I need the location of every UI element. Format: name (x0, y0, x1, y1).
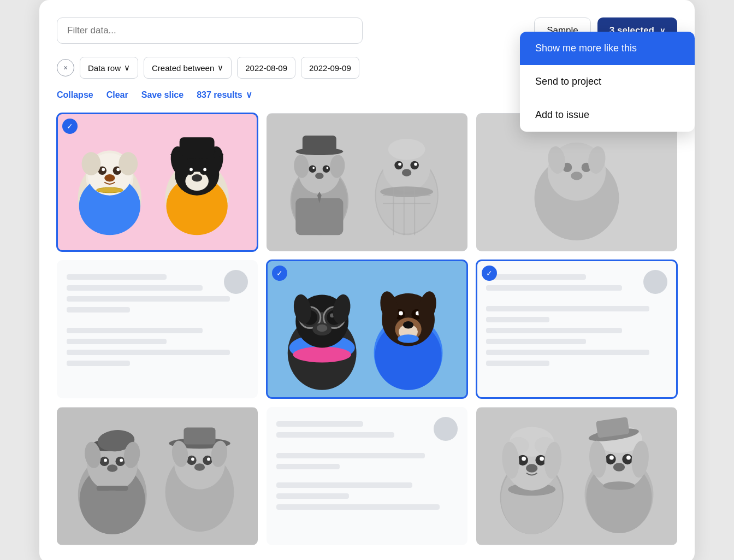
cell-6-avatar (643, 270, 667, 294)
svg-point-19 (190, 168, 193, 171)
save-slice-link[interactable]: Save slice (141, 90, 183, 100)
svg-point-48 (414, 163, 417, 166)
skeleton (276, 482, 412, 488)
svg-rect-110 (183, 427, 215, 444)
collapse-link[interactable]: Collapse (57, 90, 93, 100)
skeleton (486, 339, 586, 344)
svg-point-36 (326, 167, 328, 169)
svg-point-92 (398, 334, 419, 343)
svg-point-142 (626, 456, 631, 460)
cell-1-check: ✓ (62, 119, 78, 134)
skeleton (276, 504, 440, 510)
svg-point-103 (107, 464, 117, 472)
skeleton (486, 285, 622, 291)
skeleton (67, 274, 167, 280)
grid-cell-3[interactable] (476, 113, 677, 251)
skeleton (67, 350, 230, 355)
skeleton (486, 328, 622, 333)
skeleton (276, 493, 349, 499)
grid-cell-9[interactable] (476, 407, 677, 545)
cell-4-avatar (224, 270, 248, 294)
svg-point-12 (97, 187, 123, 193)
svg-point-141 (609, 456, 614, 460)
data-row-chevron-icon: ∨ (124, 63, 130, 73)
skeleton (486, 306, 649, 311)
svg-point-89 (403, 321, 413, 329)
cell-2-image (267, 113, 467, 251)
skeleton (67, 361, 130, 366)
results-count[interactable]: 837 results ∨ (197, 90, 252, 100)
svg-point-101 (104, 459, 107, 462)
svg-rect-32 (303, 135, 336, 152)
cell-1-image (57, 113, 258, 251)
header-right: Sample 3 selected ∨ Show me more like th… (534, 17, 677, 44)
cell-6-check: ✓ (482, 266, 497, 281)
dropdown-item-add-issue[interactable]: Add to issue (520, 98, 695, 132)
svg-point-114 (207, 458, 210, 461)
grid-cell-2[interactable] (267, 113, 467, 251)
svg-point-129 (540, 457, 544, 461)
skeleton (486, 361, 549, 366)
svg-point-47 (398, 163, 401, 166)
svg-point-34 (323, 166, 330, 173)
skeleton (486, 317, 549, 322)
svg-point-130 (526, 464, 537, 472)
svg-point-102 (120, 459, 123, 462)
results-chevron-icon: ∨ (246, 90, 252, 100)
svg-point-9 (104, 174, 115, 182)
grid-cell-8[interactable] (267, 407, 467, 545)
svg-point-35 (312, 167, 315, 169)
svg-point-115 (194, 463, 205, 471)
dropdown-item-send-project[interactable]: Send to project (520, 65, 695, 98)
svg-point-10 (82, 152, 101, 175)
skeleton (67, 296, 230, 302)
grid-cell-1[interactable]: ✓ (57, 113, 258, 251)
svg-point-143 (613, 463, 625, 471)
date-from-pill[interactable]: 2022-08-09 (237, 57, 295, 79)
grid-cell-4[interactable] (57, 260, 258, 398)
svg-point-20 (203, 168, 206, 171)
skeleton (486, 274, 586, 280)
created-between-filter[interactable]: Created between ∨ (144, 57, 232, 79)
data-row-filter[interactable]: Data row ∨ (80, 57, 138, 79)
skeleton (67, 339, 167, 344)
cell-5-check: ✓ (272, 266, 287, 281)
svg-point-8 (116, 168, 120, 171)
image-grid: ✓ (57, 113, 677, 545)
grid-cell-6[interactable]: ✓ (476, 260, 677, 398)
svg-point-37 (315, 173, 323, 179)
skeleton (486, 350, 649, 355)
svg-point-11 (119, 152, 138, 175)
grid-cell-7[interactable] (57, 407, 258, 545)
context-dropdown: Show me more like this Send to project A… (520, 32, 695, 132)
cell-5-image (267, 260, 467, 398)
skeleton (67, 307, 130, 313)
svg-point-79 (317, 325, 327, 332)
svg-point-44 (388, 139, 425, 160)
svg-rect-29 (295, 198, 343, 235)
svg-point-87 (399, 311, 403, 316)
svg-rect-25 (180, 137, 215, 156)
svg-point-146 (603, 481, 635, 490)
close-icon: × (63, 63, 68, 72)
svg-rect-106 (97, 486, 128, 491)
clear-filter-button[interactable]: × (57, 59, 74, 76)
svg-point-33 (309, 166, 316, 173)
date-to-pill[interactable]: 2022-09-09 (301, 57, 359, 79)
skeleton (276, 464, 340, 469)
svg-point-21 (192, 174, 202, 182)
svg-point-7 (102, 168, 105, 171)
dropdown-item-show-more[interactable]: Show me more like this (520, 32, 695, 65)
header-row: Sample 3 selected ∨ Show me more like th… (57, 17, 677, 44)
main-container: Sample 3 selected ∨ Show me more like th… (39, 0, 695, 560)
svg-point-61 (571, 172, 582, 180)
cell-8-avatar (434, 417, 458, 441)
filter-input[interactable] (57, 17, 363, 44)
skeleton (276, 453, 425, 458)
skeleton (276, 421, 363, 427)
skeleton (276, 432, 394, 438)
created-between-chevron-icon: ∨ (217, 63, 223, 73)
clear-link[interactable]: Clear (106, 90, 128, 100)
grid-cell-5[interactable]: ✓ (267, 260, 467, 398)
skeleton (67, 285, 203, 291)
